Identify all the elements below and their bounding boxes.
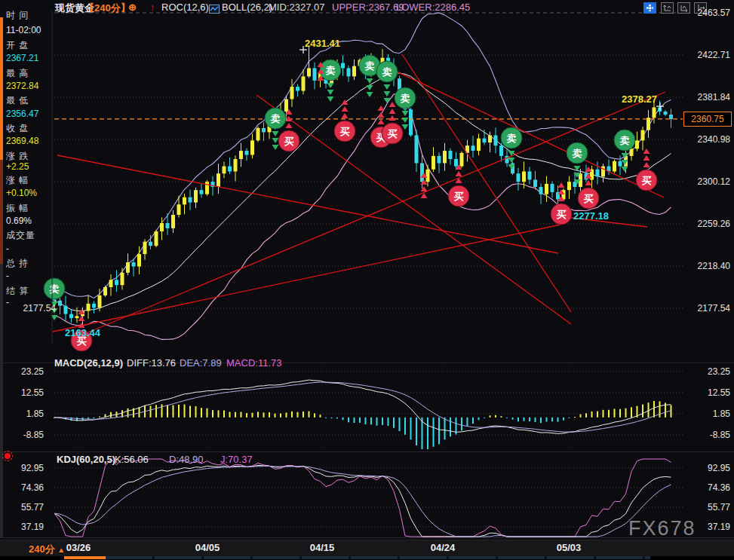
field-label: 涨 幅: [6, 174, 29, 187]
boll-lower-value: LOWER:2286.45: [396, 2, 470, 14]
field-label: 总 持: [6, 257, 29, 270]
macd-histogram: [54, 401, 672, 449]
chart-canvas: 卖卖卖卖卖卖卖卖卖买买买买买买买买买: [0, 0, 734, 560]
boll-upper-value: UPPER:2367.69: [332, 2, 404, 14]
change-value: +2.25: [6, 161, 29, 172]
macd-title[interactable]: MACD(26,12,9): [54, 357, 123, 369]
volume-value: -: [6, 243, 9, 254]
macd-tick-r: 23.25: [683, 366, 730, 377]
macd-dea: DEA:7.89: [180, 357, 222, 369]
open-interest-value: -: [6, 271, 9, 281]
period-text: 240分: [29, 543, 55, 555]
macd-tick: -8.85: [0, 430, 44, 440]
kdj-tick-r: 74.36: [683, 482, 730, 493]
macd-diff: DIFF:13.76: [127, 357, 176, 369]
svg-text:卖: 卖: [271, 113, 281, 124]
kdj-tick-r: 92.95: [683, 463, 730, 473]
field-label: 最 低: [6, 94, 29, 107]
macd-tick: 23.25: [0, 366, 44, 377]
crosshair-pan-icon[interactable]: [643, 2, 656, 14]
date-label: 04/24: [431, 542, 456, 553]
macd-tick-r: 1.85: [683, 409, 730, 419]
macd-tick: 1.85: [0, 409, 44, 419]
price-tick: 2422.71: [683, 50, 730, 60]
macd-lines: [54, 380, 671, 433]
macd-tick-r: -8.85: [683, 430, 730, 440]
field-label: 成交量: [6, 229, 35, 242]
svg-text:买: 买: [284, 136, 294, 147]
field-label: 开 盘: [6, 39, 29, 52]
svg-text:买: 买: [584, 193, 594, 204]
date-label: 04/15: [310, 542, 335, 553]
kdj-tick: 74.36: [0, 482, 44, 493]
price-tick: 2300.12: [683, 176, 730, 187]
macd-tick: 12.55: [0, 387, 44, 398]
kdj-title[interactable]: KDJ(60,20,5): [57, 454, 115, 465]
price-tick: 2218.40: [683, 261, 730, 271]
low-value: 2356.47: [6, 109, 38, 119]
scrollbar-track[interactable]: [106, 556, 650, 559]
triangle-up-icon: ▲: [57, 546, 65, 554]
field-label: 最 高: [6, 67, 29, 80]
horizontal-scrollbar[interactable]: [0, 556, 734, 560]
date-label: 04/05: [195, 542, 220, 553]
signal-badges[interactable]: 卖卖卖卖卖卖卖卖卖买买买买买买买买买: [44, 55, 657, 351]
boll-label: BOLL(26,2): [222, 2, 272, 14]
price-annotation: 2378.27: [622, 93, 657, 105]
field-label: 时 间: [6, 9, 29, 22]
close-value: 2369.48: [6, 136, 38, 146]
kdj-tick: 92.95: [0, 463, 44, 473]
date-label: 03/26: [66, 542, 91, 553]
kdj-lines: [54, 459, 671, 537]
svg-text:卖: 卖: [507, 133, 517, 144]
svg-text:买: 买: [454, 191, 464, 202]
date-label: 05/03: [557, 542, 582, 553]
left-scroll-strip[interactable]: [0, 264, 3, 537]
price-annotation: 2163.44: [65, 327, 100, 338]
kdj-tick: 37.19: [0, 522, 44, 532]
field-value: 11-02:00: [6, 25, 41, 35]
period-label[interactable]: 【240分】: [84, 2, 131, 14]
open-value: 2367.21: [6, 53, 38, 63]
price-annotation: 2277.18: [573, 210, 609, 222]
kdj-k: K:56.06: [115, 454, 149, 465]
price-tick: 2463.57: [683, 8, 730, 18]
svg-text:买: 买: [388, 128, 398, 139]
kdj-gridlines: [54, 468, 683, 527]
svg-text:卖: 卖: [620, 135, 630, 146]
price-tick-left: 2177.54: [6, 303, 56, 314]
roc-label: ROC(12,6): [161, 2, 209, 14]
field-label: 结 算: [6, 285, 29, 298]
price-tick: 2381.84: [683, 92, 730, 103]
kdj-j: J:70.37: [220, 454, 253, 465]
zoom-axis-left-icon[interactable]: [661, 2, 674, 14]
macd-tick-r: 12.55: [683, 387, 730, 398]
macd-gridlines: [54, 372, 683, 435]
scrollbar-thumb[interactable]: [64, 556, 106, 559]
price-tick: 2340.98: [683, 134, 730, 145]
svg-text:买: 买: [557, 209, 567, 220]
time-axis-bar: 240分 ▲: [0, 540, 734, 557]
price-tick: 2177.54: [683, 303, 730, 314]
kdj-tick: 55.77: [0, 502, 44, 513]
amplitude-value: 0.69%: [6, 216, 32, 226]
left-accent-strip: [0, 17, 3, 160]
record-dot-icon: [5, 453, 11, 459]
price-annotation: 2431.41: [305, 38, 340, 49]
field-label: 振 幅: [6, 202, 29, 215]
high-value: 2372.84: [6, 81, 38, 91]
svg-text:卖: 卖: [50, 283, 60, 295]
last-price-box: 2360.75: [683, 112, 732, 127]
svg-text:买: 买: [340, 126, 350, 137]
kdj-tick-r: 55.77: [683, 502, 730, 513]
trading-terminal: 卖卖卖卖卖卖卖卖卖买买买买买买买买买 现货黄金 【240分】 ⊕ ↑ ROC(1…: [0, 0, 734, 560]
add-indicator-icon[interactable]: ⊕: [128, 2, 137, 14]
kdj-d: D:48.90: [169, 454, 204, 465]
price-tick: 2259.26: [683, 219, 730, 229]
candlesticks: [53, 46, 674, 326]
svg-text:买: 买: [642, 175, 652, 186]
period-selector-button[interactable]: 240分 ▲: [29, 543, 65, 556]
left-accent-strip-dim: [0, 160, 3, 264]
change-pct-value: +0.10%: [6, 188, 37, 198]
boll-mid-value: MID:2327.07: [269, 2, 324, 14]
